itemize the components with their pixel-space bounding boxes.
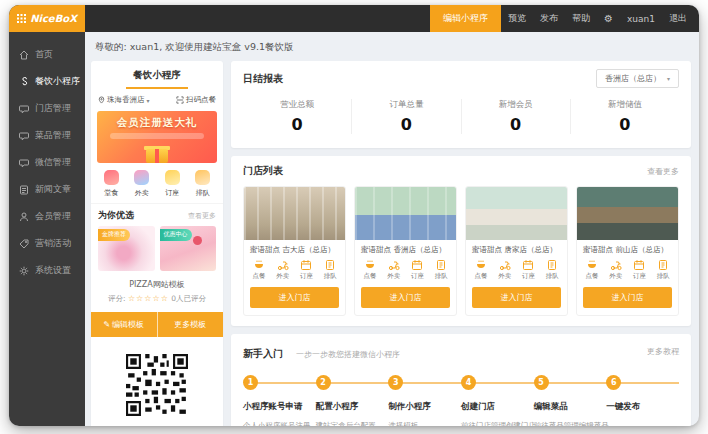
document-icon [19, 185, 29, 195]
step-title: 制作小程序 [388, 401, 455, 413]
feature-label: 排队 [318, 272, 342, 281]
more-templates-button[interactable]: 更多模板 [157, 312, 224, 337]
picks-more-link[interactable]: 查看更多 [188, 211, 216, 221]
step-link[interactable]: 个人小程序账号注册 [243, 421, 310, 426]
beginner-guide-card: 新手入门 一步一步教您搭建微信小程序 更多教程 1 小程序账号申请 [231, 334, 691, 426]
enter-store-button[interactable]: 进入门店 [472, 287, 561, 308]
shortcut-reserve[interactable]: 订座 [157, 170, 188, 198]
guide-steps: 1 小程序账号申请 个人小程序账号注册 企业小程序账号注册、认证 微信公众号注册… [243, 375, 679, 426]
stat-total-revenue: 营业总额 0 [243, 99, 352, 134]
store-list-more-link[interactable]: 查看更多 [647, 166, 679, 177]
miniprogram-icon [19, 77, 29, 87]
tab-restaurant-miniprogram[interactable]: 餐饮小程序 [91, 61, 223, 82]
feature-order[interactable]: 点餐 [358, 259, 382, 281]
topbar-spacer [85, 5, 430, 32]
member-promo-banner[interactable]: 会员注册送大礼 [97, 111, 217, 163]
feature-takeout[interactable]: 外卖 [604, 259, 628, 281]
shortcut-dine-in[interactable]: 堂食 [96, 170, 127, 198]
step-number-badge: 2 [316, 375, 331, 390]
store-photo [355, 187, 456, 240]
shortcut-label: 订座 [157, 188, 188, 198]
feature-queue[interactable]: 排队 [318, 259, 342, 281]
chat-bubble-icon [19, 131, 29, 141]
sidebar-item-marketing-activities[interactable]: 营销活动 [9, 230, 85, 257]
feature-order[interactable]: 点餐 [469, 259, 493, 281]
sidebar-item-member-management[interactable]: 会员管理 [9, 203, 85, 230]
sidebar-item-label: 系统设置 [35, 264, 71, 277]
sidebar-item-wechat-management[interactable]: 微信管理 [9, 149, 85, 176]
store-card: 蜜语甜点 吉大店（总店） 点餐 外卖 订座 排队 进入门店 [243, 186, 346, 316]
sidebar-item-restaurant-miniprogram[interactable]: 餐饮小程序 [9, 68, 85, 95]
food-image-cake[interactable]: 优惠中心 [160, 226, 217, 271]
feature-label: 外卖 [493, 272, 517, 281]
food-image-cupcake[interactable]: 金牌推荐 [98, 226, 155, 271]
sidebar-item-news-articles[interactable]: 新闻文章 [9, 176, 85, 203]
rating-stars-icon[interactable]: ☆☆☆☆☆ [128, 294, 169, 303]
topbar: NiceBoX 编辑小程序 预览 发布 帮助 ⚙ xuan1 退出 [9, 5, 699, 32]
settings-gear-icon[interactable]: ⚙ [597, 5, 620, 32]
feature-reserve[interactable]: 订座 [628, 259, 652, 281]
feature-takeout[interactable]: 外卖 [382, 259, 406, 281]
stat-label: 新增储值 [571, 99, 679, 111]
feature-reserve[interactable]: 订座 [517, 259, 541, 281]
store-cards-row: 蜜语甜点 吉大店（总店） 点餐 外卖 订座 排队 进入门店 [243, 186, 679, 316]
feature-order[interactable]: 点餐 [580, 259, 604, 281]
step-link[interactable]: 前往菜品管理编辑菜品 [534, 421, 601, 426]
username-label[interactable]: xuan1 [620, 5, 662, 32]
edit-miniprogram-button[interactable]: 编辑小程序 [430, 5, 501, 32]
picks-title: 为你优选 [98, 209, 134, 222]
shortcut-takeout[interactable]: 外卖 [127, 170, 158, 198]
edit-template-button[interactable]: ✎编辑模板 [91, 312, 157, 337]
guide-subtitle: 一步一步教您搭建微信小程序 [296, 350, 400, 359]
preview-link[interactable]: 预览 [501, 5, 533, 32]
store-filter-dropdown[interactable]: 香洲店（总店） ▾ [596, 69, 679, 88]
feature-label: 点餐 [358, 272, 382, 281]
feature-queue[interactable]: 排队 [429, 259, 453, 281]
store-name: 蜜语甜点 香洲店（总店） [355, 240, 456, 259]
step-link[interactable]: 前往门店管理创建门店 [461, 421, 528, 426]
step-number-badge: 1 [243, 375, 258, 390]
enter-store-button[interactable]: 进入门店 [583, 287, 672, 308]
app-logo[interactable]: NiceBoX [9, 5, 85, 32]
sidebar-item-home[interactable]: 首页 [9, 41, 85, 68]
enter-store-button[interactable]: 进入门店 [250, 287, 339, 308]
report-stats: 营业总额 0 订单总量 0 新增会员 0 [243, 99, 679, 138]
guide-step-5: 5 编辑菜品 前往菜品管理编辑菜品 [534, 375, 607, 426]
publish-link[interactable]: 发布 [533, 5, 565, 32]
scan-order-button[interactable]: 扫码点餐 [176, 95, 216, 105]
scooter-icon [388, 259, 400, 271]
more-tutorials-link[interactable]: 更多教程 [647, 346, 679, 357]
person-icon [19, 212, 29, 222]
bowl-icon [364, 259, 376, 271]
sidebar-item-store-management[interactable]: 门店管理 [9, 95, 85, 122]
gear-icon [19, 266, 29, 276]
feature-reserve[interactable]: 订座 [406, 259, 430, 281]
step-link[interactable]: 建站宝盒后台配置 [316, 421, 383, 426]
app-window: NiceBoX 编辑小程序 预览 发布 帮助 ⚙ xuan1 退出 首页 餐饮小… [9, 5, 699, 426]
enter-store-button[interactable]: 进入门店 [361, 287, 450, 308]
step-title: 创建门店 [461, 401, 528, 413]
feature-takeout[interactable]: 外卖 [493, 259, 517, 281]
miniprogram-preview-panel: 餐饮小程序 珠海香洲店 ▾ 扫码点餐 [91, 61, 223, 426]
rating-label: 评分: [108, 294, 126, 303]
banner-title: 会员注册送大礼 [97, 111, 217, 130]
guide-step-4: 4 创建门店 前往门店管理创建门店 [461, 375, 534, 426]
feature-reserve[interactable]: 订座 [295, 259, 319, 281]
store-location-selector[interactable]: 珠海香洲店 ▾ [98, 95, 150, 105]
feature-takeout[interactable]: 外卖 [271, 259, 295, 281]
qr-scan-icon [176, 96, 184, 104]
shortcut-queue[interactable]: 排队 [188, 170, 219, 198]
logout-link[interactable]: 退出 [662, 5, 699, 32]
sidebar-item-label: 营销活动 [35, 237, 71, 250]
feature-queue[interactable]: 排队 [651, 259, 675, 281]
feature-queue[interactable]: 排队 [540, 259, 564, 281]
scooter-icon [610, 259, 622, 271]
sidebar-item-dish-management[interactable]: 菜品管理 [9, 122, 85, 149]
step-number-badge: 4 [461, 375, 476, 390]
sidebar-item-system-settings[interactable]: 系统设置 [9, 257, 85, 284]
phone-shortcuts: 堂食 外卖 订座 排队 [91, 169, 223, 203]
store-list-card: 门店列表 查看更多 蜜语甜点 吉大店（总店） 点餐 外卖 订座 [231, 156, 691, 326]
step-link[interactable]: 选择模板 [388, 421, 455, 426]
help-link[interactable]: 帮助 [565, 5, 597, 32]
feature-order[interactable]: 点餐 [247, 259, 271, 281]
